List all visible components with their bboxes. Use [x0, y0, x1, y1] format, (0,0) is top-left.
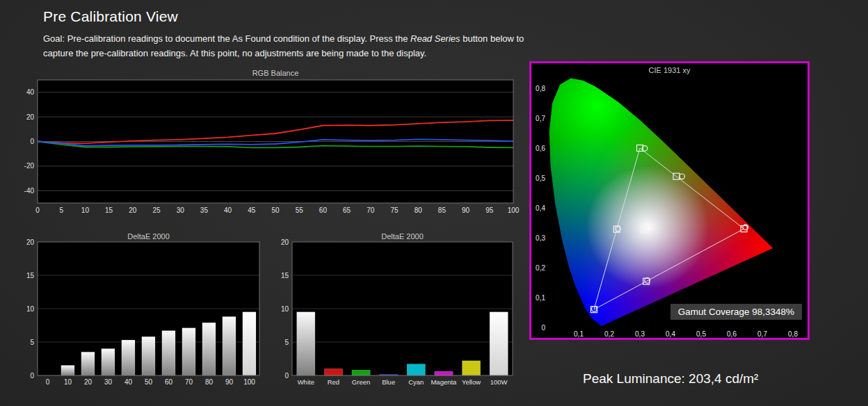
- goal-prefix: Goal: Pre-calibration readings to docume…: [43, 33, 410, 44]
- svg-text:15: 15: [26, 272, 35, 279]
- svg-text:0: 0: [284, 372, 289, 380]
- svg-text:90: 90: [462, 206, 470, 214]
- svg-text:10: 10: [281, 305, 289, 313]
- deltae-grayscale-plot: 051015200102030405060708090100: [17, 232, 268, 395]
- svg-text:35: 35: [200, 206, 209, 214]
- svg-text:0: 0: [35, 206, 40, 214]
- svg-text:20: 20: [26, 238, 35, 246]
- svg-text:20: 20: [281, 238, 289, 246]
- svg-text:45: 45: [248, 206, 256, 214]
- pre-calibration-view-page: Pre Calibration View Goal: Pre-calibrati…: [0, 0, 868, 406]
- svg-text:0,1: 0,1: [574, 330, 584, 338]
- svg-text:5: 5: [284, 339, 289, 346]
- svg-text:10: 10: [64, 378, 72, 386]
- svg-text:60: 60: [319, 206, 328, 214]
- cie-chart-frame: 00,10,20,30,40,50,60,70,80,10,20,30,40,5…: [529, 61, 810, 340]
- svg-text:20: 20: [84, 378, 93, 386]
- svg-text:100W: 100W: [490, 378, 508, 386]
- svg-text:30: 30: [177, 206, 185, 214]
- svg-text:40: 40: [26, 88, 35, 96]
- svg-text:65: 65: [343, 206, 351, 214]
- svg-text:-40: -40: [24, 187, 35, 195]
- svg-text:60: 60: [165, 378, 173, 386]
- cie-chart-title: CIE 1931 xy: [531, 66, 807, 74]
- svg-text:White: White: [298, 378, 314, 386]
- svg-text:0: 0: [541, 324, 545, 332]
- svg-text:0,7: 0,7: [757, 330, 767, 338]
- goal-emphasis: Read Series: [410, 33, 460, 44]
- svg-text:0,1: 0,1: [536, 294, 545, 302]
- svg-text:25: 25: [152, 206, 161, 214]
- svg-text:20: 20: [129, 206, 137, 214]
- svg-text:0,8: 0,8: [788, 330, 798, 338]
- svg-text:0,3: 0,3: [635, 330, 645, 338]
- svg-text:80: 80: [205, 378, 214, 386]
- svg-text:Green: Green: [352, 378, 370, 386]
- cie-plot: 00,10,20,30,40,50,60,70,80,10,20,30,40,5…: [531, 63, 807, 338]
- svg-text:40: 40: [224, 206, 232, 214]
- svg-text:0,6: 0,6: [536, 145, 545, 152]
- rgb-balance-plot: 40200-20-4005101520253035404550556065707…: [17, 68, 522, 221]
- svg-text:0,5: 0,5: [696, 330, 706, 338]
- svg-text:70: 70: [367, 206, 375, 214]
- svg-text:5: 5: [30, 339, 34, 346]
- svg-text:-20: -20: [24, 162, 35, 170]
- svg-text:0,2: 0,2: [604, 330, 614, 338]
- svg-text:0,7: 0,7: [536, 115, 545, 122]
- svg-text:0,6: 0,6: [727, 330, 737, 338]
- svg-text:0: 0: [46, 378, 50, 386]
- svg-text:Magenta: Magenta: [431, 378, 457, 386]
- svg-text:70: 70: [185, 378, 193, 386]
- svg-text:0,2: 0,2: [536, 264, 545, 272]
- svg-text:55: 55: [296, 206, 304, 214]
- svg-text:0,8: 0,8: [536, 85, 545, 92]
- svg-text:Yellow: Yellow: [462, 378, 481, 386]
- deltae-colors-plot: 05101520WhiteRedGreenBlueCyanMagentaYell…: [271, 232, 523, 395]
- svg-text:0,4: 0,4: [666, 330, 675, 338]
- svg-text:0,5: 0,5: [536, 174, 545, 182]
- svg-text:40: 40: [124, 378, 133, 386]
- page-title: Pre Calibration View: [43, 8, 178, 25]
- svg-text:0,4: 0,4: [536, 204, 545, 212]
- svg-text:0: 0: [30, 372, 34, 380]
- svg-text:100: 100: [243, 378, 255, 386]
- svg-text:15: 15: [105, 206, 113, 214]
- svg-text:10: 10: [81, 206, 90, 214]
- goal-text: Goal: Pre-calibration readings to docume…: [43, 32, 554, 61]
- svg-text:95: 95: [485, 206, 494, 214]
- svg-text:0: 0: [30, 138, 34, 145]
- svg-text:85: 85: [438, 206, 447, 214]
- svg-text:0,3: 0,3: [536, 234, 545, 242]
- svg-text:75: 75: [390, 206, 399, 214]
- peak-luminance-text: Peak Luminance: 203,4 cd/m²: [583, 371, 758, 387]
- gamut-coverage-badge: Gamut Coverage 98,3348%: [670, 304, 802, 320]
- svg-text:15: 15: [281, 272, 289, 279]
- svg-text:100: 100: [508, 206, 520, 214]
- svg-text:5: 5: [59, 206, 63, 214]
- svg-text:10: 10: [26, 305, 35, 313]
- svg-text:Red: Red: [328, 378, 339, 386]
- svg-text:20: 20: [26, 113, 35, 121]
- svg-text:50: 50: [145, 378, 153, 386]
- svg-text:30: 30: [104, 378, 113, 386]
- svg-text:80: 80: [415, 206, 423, 214]
- svg-text:90: 90: [225, 378, 234, 386]
- svg-text:Blue: Blue: [382, 378, 395, 386]
- svg-text:Cyan: Cyan: [408, 378, 424, 386]
- svg-text:50: 50: [271, 206, 280, 214]
